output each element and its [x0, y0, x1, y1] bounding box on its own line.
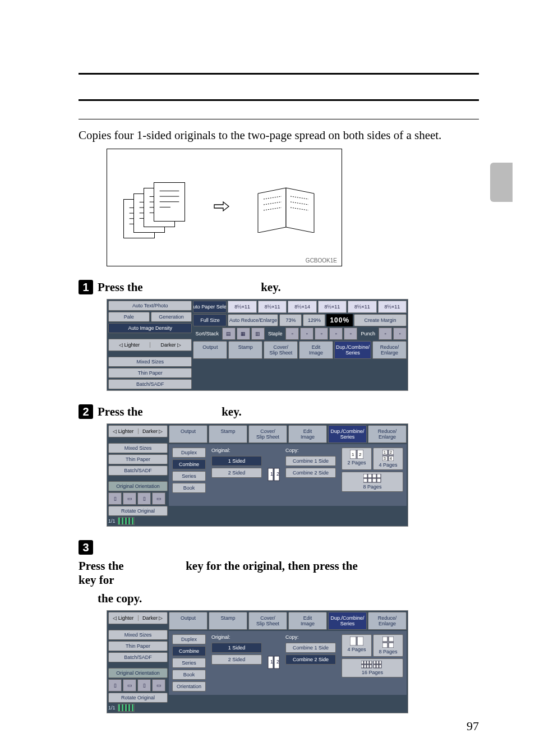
- two-sided-button[interactable]: 2 Sided: [211, 468, 262, 478]
- svg-rect-39: [368, 474, 372, 478]
- generation-button[interactable]: Generation: [151, 312, 192, 322]
- auto-image-density-button[interactable]: Auto Image Density: [108, 323, 192, 333]
- tray-3[interactable]: 8½×14: [288, 301, 316, 313]
- punch-icon[interactable]: ▫: [393, 328, 407, 340]
- tab-reduce-enlarge[interactable]: Reduce/ Enlarge: [368, 425, 407, 443]
- full-size-button[interactable]: Full Size: [193, 314, 227, 326]
- mixed-sizes-button[interactable]: Mixed Sizes: [108, 357, 192, 367]
- step-3-continued: the copy.: [98, 592, 479, 606]
- staple-icon[interactable]: ▫: [329, 328, 343, 340]
- orientation-icon[interactable]: ▭: [152, 679, 165, 692]
- batch-sadf-button[interactable]: Batch/SADF: [108, 379, 192, 389]
- sort-icon[interactable]: ▦: [237, 328, 250, 340]
- four-pages-button[interactable]: 4 Pages: [342, 634, 372, 657]
- sort-icon[interactable]: ▥: [251, 328, 265, 340]
- tab-dup-combine[interactable]: Dup./Combine/ Series: [328, 612, 367, 630]
- punch-icon[interactable]: ▫: [379, 328, 392, 340]
- density-slider[interactable]: ◁ Lighter Darker ▷: [108, 612, 168, 624]
- step-3-heading: 3 Press the key for the original, then p…: [79, 540, 479, 587]
- tab-dup-combine[interactable]: Dup./Combine/ Series: [328, 425, 367, 443]
- tab-reduce-enlarge[interactable]: Reduce/ Enlarge: [368, 612, 407, 630]
- tab-stamp[interactable]: Stamp: [209, 425, 247, 443]
- two-sided-button[interactable]: 2 Sided: [211, 654, 262, 665]
- mixed-sizes-button[interactable]: Mixed Sizes: [108, 443, 168, 453]
- thin-paper-button[interactable]: Thin Paper: [108, 368, 192, 378]
- mixed-sizes-button[interactable]: Mixed Sizes: [108, 630, 168, 640]
- tray-4[interactable]: 8½×11: [318, 301, 347, 313]
- orientation-button[interactable]: Orientation: [172, 681, 206, 692]
- orientation-icon[interactable]: ▯: [108, 679, 122, 692]
- tray-6[interactable]: 8½×11: [378, 301, 407, 313]
- one-sided-button[interactable]: 1 Sided: [211, 456, 262, 466]
- orientation-icon[interactable]: ▯: [108, 492, 122, 505]
- tab-edit-image[interactable]: Edit Image: [299, 341, 333, 359]
- ratio-129-button[interactable]: 129%: [303, 314, 325, 326]
- current-ratio: 100%: [326, 314, 353, 326]
- batch-sadf-button[interactable]: Batch/SADF: [108, 465, 168, 476]
- sixteen-pages-button[interactable]: 16 Pages: [342, 658, 403, 677]
- orientation-icon[interactable]: ▭: [152, 492, 165, 505]
- auto-reduce-button[interactable]: Auto Reduce/Enlarge: [228, 314, 278, 326]
- tray-1[interactable]: 8½×11: [228, 301, 256, 313]
- tab-output[interactable]: Output: [193, 341, 227, 359]
- one-sided-button[interactable]: 1 Sided: [211, 643, 262, 653]
- orientation-icon[interactable]: ▯: [137, 492, 151, 505]
- staple-icon[interactable]: ▫: [315, 328, 328, 340]
- combine-button[interactable]: Combine: [172, 646, 206, 656]
- svg-rect-45: [377, 478, 381, 482]
- svg-text:2: 2: [276, 659, 279, 665]
- pale-button[interactable]: Pale: [108, 312, 150, 322]
- duplex-button[interactable]: Duplex: [172, 634, 206, 644]
- tab-stamp[interactable]: Stamp: [228, 341, 262, 359]
- book-button[interactable]: Book: [172, 483, 206, 493]
- combine-1-side-button[interactable]: Combine 1 Side: [285, 456, 336, 466]
- auto-text-photo-button[interactable]: Auto Text/Photo: [108, 301, 192, 311]
- orientation-icon[interactable]: ▭: [123, 679, 136, 692]
- combine-2-side-button[interactable]: Combine 2 Side: [285, 468, 336, 478]
- batch-sadf-button[interactable]: Batch/SADF: [108, 652, 168, 662]
- tab-edit-image[interactable]: Edit Image: [288, 425, 327, 443]
- original-label: Original:: [211, 448, 262, 453]
- orientation-icon[interactable]: ▯: [137, 679, 151, 692]
- two-pages-button[interactable]: 12 2 Pages: [342, 448, 372, 470]
- density-slider[interactable]: ◁ Lighter Darker ▷: [108, 339, 192, 351]
- series-button[interactable]: Series: [172, 658, 206, 668]
- eight-pages-button[interactable]: 8 Pages: [342, 472, 403, 492]
- combine-1-side-button[interactable]: Combine 1 Side: [285, 643, 336, 653]
- svg-rect-67: [373, 665, 376, 668]
- book-button[interactable]: Book: [172, 670, 206, 680]
- tab-output[interactable]: Output: [169, 425, 207, 443]
- rotate-original-button[interactable]: Rotate Original: [108, 506, 168, 516]
- series-button[interactable]: Series: [172, 471, 206, 481]
- tab-cover-slip[interactable]: Cover/ Slip Sheet: [248, 612, 287, 630]
- rotate-original-button[interactable]: Rotate Original: [108, 693, 168, 703]
- tab-reduce-enlarge[interactable]: Reduce/ Enlarge: [372, 341, 407, 359]
- tab-cover-slip[interactable]: Cover/ Slip Sheet: [264, 341, 298, 359]
- duplex-button[interactable]: Duplex: [172, 448, 206, 458]
- density-slider[interactable]: ◁ Lighter Darker ▷: [108, 425, 168, 437]
- svg-text:1: 1: [384, 450, 386, 454]
- thin-paper-button[interactable]: Thin Paper: [108, 641, 168, 651]
- svg-text:1: 1: [270, 471, 273, 477]
- staple-icon[interactable]: ▫: [285, 328, 299, 340]
- tab-dup-combine[interactable]: Dup./Combine/ Series: [334, 341, 371, 359]
- ratio-73-button[interactable]: 73%: [279, 314, 302, 326]
- sort-icon[interactable]: ▤: [222, 328, 236, 340]
- paper-select-button[interactable]: Auto Paper Select: [193, 301, 227, 313]
- combine-2-side-button[interactable]: Combine 2 Side: [285, 654, 336, 665]
- create-margin-button[interactable]: Create Margin: [354, 314, 407, 326]
- four-pages-button[interactable]: 1234 4 Pages: [373, 448, 403, 470]
- tab-edit-image[interactable]: Edit Image: [288, 612, 327, 630]
- step-1-heading: 1 Press the key.: [79, 280, 479, 294]
- tab-stamp[interactable]: Stamp: [209, 612, 247, 630]
- tab-output[interactable]: Output: [169, 612, 207, 630]
- orientation-icon[interactable]: ▭: [123, 492, 136, 505]
- staple-icon[interactable]: ▫: [344, 328, 357, 340]
- staple-icon[interactable]: ▫: [300, 328, 313, 340]
- combine-button[interactable]: Combine: [172, 459, 206, 469]
- thin-paper-button[interactable]: Thin Paper: [108, 454, 168, 464]
- tab-cover-slip[interactable]: Cover/ Slip Sheet: [248, 425, 287, 443]
- tray-5[interactable]: 8½×11: [348, 301, 376, 313]
- eight-pages-button[interactable]: 8 Pages: [373, 634, 403, 657]
- tray-2[interactable]: 8½×11: [258, 301, 287, 313]
